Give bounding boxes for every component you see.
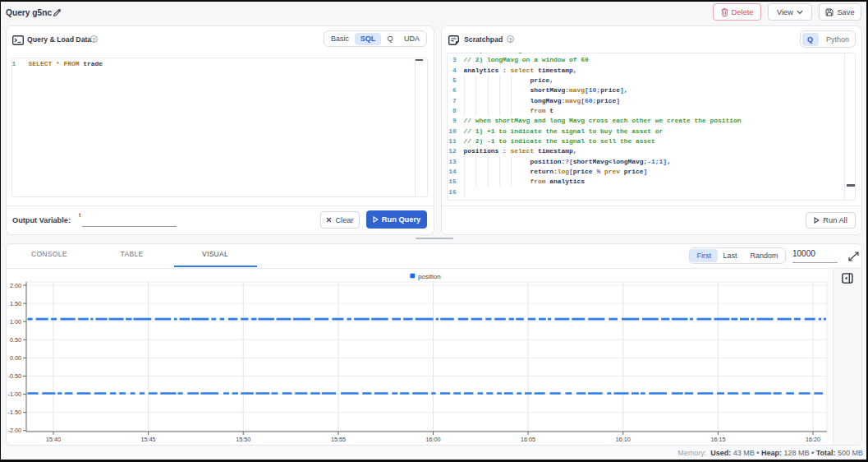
- svg-text:0.00: 0.00: [10, 354, 21, 362]
- svg-text:16:00: 16:00: [426, 436, 441, 443]
- svg-text:16:10: 16:10: [616, 436, 631, 443]
- svg-text:15:45: 15:45: [141, 436, 156, 443]
- svg-text:15:55: 15:55: [331, 436, 346, 443]
- svg-text:1.50: 1.50: [10, 300, 21, 307]
- svg-text:-2.00: -2.00: [8, 427, 21, 434]
- svg-text:-1.00: -1.00: [8, 390, 21, 398]
- svg-text:0.50: 0.50: [10, 336, 21, 344]
- svg-text:16:05: 16:05: [521, 436, 535, 443]
- svg-text:15:40: 15:40: [46, 436, 61, 443]
- svg-text:15:50: 15:50: [236, 436, 250, 443]
- svg-text:-0.50: -0.50: [8, 372, 21, 380]
- svg-text:2.00: 2.00: [10, 282, 21, 289]
- svg-text:16:15: 16:15: [710, 436, 725, 443]
- svg-text:1.00: 1.00: [10, 318, 21, 326]
- svg-text:16:20: 16:20: [806, 436, 820, 443]
- svg-text:position: position: [418, 273, 441, 280]
- svg-text:-1.50: -1.50: [8, 409, 21, 416]
